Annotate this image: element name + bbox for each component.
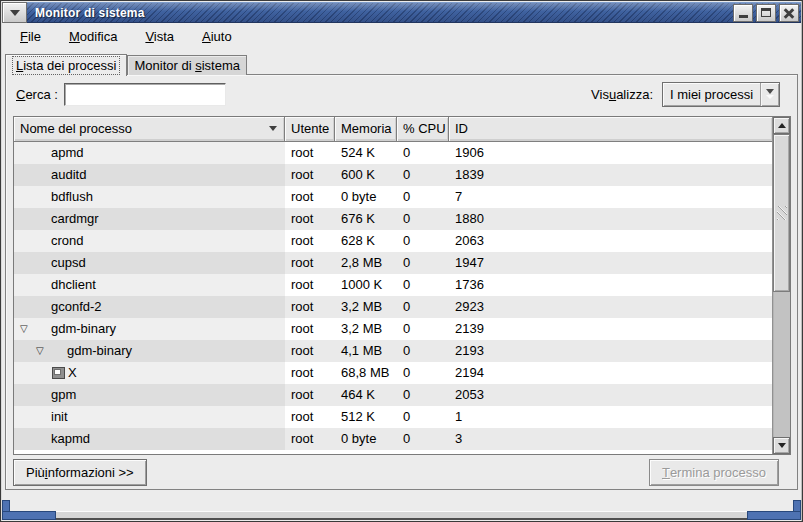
- table-row[interactable]: init root 512 K 0 1: [14, 406, 772, 428]
- cell-cpu: 0: [397, 208, 449, 230]
- minimize-button[interactable]: [733, 4, 753, 22]
- process-name: gdm-binary: [67, 340, 132, 362]
- column-header-user[interactable]: Utente: [285, 117, 335, 142]
- tab-lista-dei-processi[interactable]: Lista dei processi: [5, 54, 127, 76]
- table-row[interactable]: ▽ gdm-binary root 4,1 MB 0 2193: [14, 340, 772, 362]
- cell-memory: 2,8 MB: [335, 252, 397, 274]
- view-filter-label: Visualizza:: [591, 87, 653, 102]
- cell-id: 2053: [449, 384, 772, 406]
- expander-open-icon[interactable]: ▽: [20, 318, 28, 340]
- column-header-cpu[interactable]: % CPU: [397, 117, 449, 142]
- menu-modifica[interactable]: Modifica: [67, 27, 119, 46]
- cell-name: gconfd-2: [14, 296, 285, 318]
- view-filter-dropdown[interactable]: I miei processi: [662, 82, 780, 107]
- column-header-label: Utente: [291, 121, 329, 136]
- column-header-name[interactable]: Nome del processo: [14, 117, 285, 142]
- cell-name: ▽ gdm-binary: [14, 340, 285, 362]
- monitor-icon: [52, 367, 65, 379]
- tab-bar: Lista dei processi Monitor di sistema: [5, 53, 798, 75]
- table-row[interactable]: X root 68,8 MB 0 2194: [14, 362, 772, 384]
- app-window: Monitor di sistema File Modifica Vista A…: [0, 0, 803, 522]
- process-name: kapmd: [51, 428, 90, 450]
- cell-name: bdflush: [14, 186, 285, 208]
- button-row: Più informazioni >> Termina processo: [13, 459, 779, 486]
- cell-id: 2063: [449, 230, 772, 252]
- minimize-icon: [739, 15, 748, 18]
- tab-monitor-di-sistema[interactable]: Monitor di sistema: [127, 55, 247, 75]
- table-row[interactable]: crond root 628 K 0 2063: [14, 230, 772, 252]
- cell-id: 2193: [449, 340, 772, 362]
- cell-name: kapmd: [14, 428, 285, 450]
- cell-name: dhclient: [14, 274, 285, 296]
- sort-descending-icon: [269, 126, 277, 131]
- cell-id: 1947: [449, 252, 772, 274]
- process-name: cardmgr: [51, 208, 99, 230]
- cell-cpu: 0: [397, 428, 449, 450]
- cell-memory: 676 K: [335, 208, 397, 230]
- table-row[interactable]: cardmgr root 676 K 0 1880: [14, 208, 772, 230]
- more-info-button[interactable]: Più informazioni >>: [13, 459, 147, 486]
- cell-memory: 4,1 MB: [335, 340, 397, 362]
- column-header-label: Nome del processo: [20, 121, 132, 136]
- table-row[interactable]: bdflush root 0 byte 0 7: [14, 186, 772, 208]
- table-row[interactable]: auditd root 600 K 0 1839: [14, 164, 772, 186]
- table-row[interactable]: kapmd root 0 byte 0 3: [14, 428, 772, 450]
- cell-name: apmd: [14, 142, 285, 164]
- tab-label: Monitor di sistema: [134, 58, 240, 73]
- cell-memory: 0 byte: [335, 428, 397, 450]
- resize-grip-left[interactable]: [2, 511, 56, 520]
- table-row[interactable]: cupsd root 2,8 MB 0 1947: [14, 252, 772, 274]
- column-header-label: % CPU: [403, 121, 446, 136]
- table-row[interactable]: dhclient root 1000 K 0 1736: [14, 274, 772, 296]
- process-name: gpm: [51, 384, 76, 406]
- table-row[interactable]: ▽ gdm-binary root 3,2 MB 0 2139: [14, 318, 772, 340]
- chevron-down-icon: [10, 10, 20, 16]
- titlebar-strip[interactable]: Monitor di sistema: [27, 2, 801, 23]
- cell-id: 1736: [449, 274, 772, 296]
- menu-vista[interactable]: Vista: [143, 27, 176, 46]
- table-row[interactable]: apmd root 524 K 0 1906: [14, 142, 772, 164]
- tab-label: Lista dei processi: [12, 56, 120, 75]
- process-name: X: [68, 362, 77, 384]
- close-icon: [784, 8, 794, 18]
- scroll-up-button[interactable]: [773, 117, 790, 134]
- cell-name: init: [14, 406, 285, 428]
- table-header: Nome del processo Utente Memoria % CPU I…: [14, 117, 772, 142]
- process-name: dhclient: [51, 274, 96, 296]
- close-button[interactable]: [779, 4, 799, 22]
- menu-aiuto[interactable]: Aiuto: [200, 27, 234, 46]
- end-process-button[interactable]: Termina processo: [649, 459, 779, 486]
- cell-cpu: 0: [397, 296, 449, 318]
- scrollbar-thumb[interactable]: [773, 134, 790, 292]
- cell-id: 1880: [449, 208, 772, 230]
- resize-grip-right[interactable]: [747, 511, 801, 520]
- process-name: cupsd: [51, 252, 86, 274]
- notebook: Lista dei processi Monitor di sistema Ce…: [5, 53, 798, 490]
- table-body: apmd root 524 K 0 1906 auditd root 600 K…: [14, 142, 772, 454]
- cell-memory: 464 K: [335, 384, 397, 406]
- cell-user: root: [285, 186, 335, 208]
- cell-user: root: [285, 406, 335, 428]
- window-menu-button[interactable]: [2, 2, 27, 23]
- cell-name: cardmgr: [14, 208, 285, 230]
- process-table: Nome del processo Utente Memoria % CPU I…: [13, 116, 791, 455]
- window-title: Monitor di sistema: [35, 6, 145, 20]
- cell-id: 1906: [449, 142, 772, 164]
- titlebar[interactable]: Monitor di sistema: [2, 2, 801, 23]
- cell-user: root: [285, 296, 335, 318]
- cell-user: root: [285, 384, 335, 406]
- table-row[interactable]: gconfd-2 root 3,2 MB 0 2923: [14, 296, 772, 318]
- column-header-id[interactable]: ID: [449, 117, 772, 142]
- maximize-button[interactable]: [756, 4, 776, 22]
- scroll-down-button[interactable]: [773, 437, 790, 454]
- cell-memory: 68,8 MB: [335, 362, 397, 384]
- column-header-memory[interactable]: Memoria: [335, 117, 397, 142]
- vertical-scrollbar[interactable]: [772, 117, 790, 454]
- table-row[interactable]: gpm root 464 K 0 2053: [14, 384, 772, 406]
- cell-user: root: [285, 164, 335, 186]
- search-input[interactable]: [64, 83, 226, 106]
- cell-cpu: 0: [397, 340, 449, 362]
- cell-user: root: [285, 208, 335, 230]
- expander-open-icon[interactable]: ▽: [36, 340, 44, 362]
- menu-file[interactable]: File: [18, 27, 43, 46]
